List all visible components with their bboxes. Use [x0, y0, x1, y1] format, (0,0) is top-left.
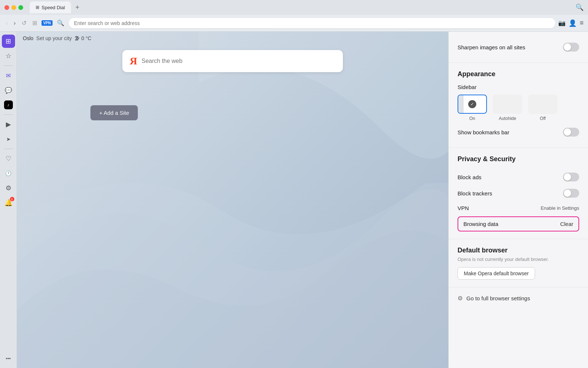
sharpen-images-label: Sharpen images on all sites	[458, 44, 525, 50]
sidebar-subsection-title: Sidebar	[458, 84, 579, 90]
search-icon[interactable]: 🔍	[55, 18, 66, 28]
sidebar-item-whatsapp[interactable]: 💬	[2, 84, 15, 97]
nav-bar: ‹ › ↺ ⊞ VPN 🔍 📷 👤 ≡	[0, 15, 588, 32]
sidebar-item-flow[interactable]: ➤	[2, 132, 15, 146]
full-settings-label: Go to full browser settings	[466, 295, 530, 301]
sidebar-option-on[interactable]: ✓ On	[458, 95, 487, 121]
sidebar-option-on-preview: ✓	[458, 95, 487, 114]
sidebar-item-bookmarks[interactable]: ☆	[2, 49, 15, 63]
toggle-knob-ads	[564, 173, 571, 181]
main-area: ⊞ ☆ ✉ 💬 ♪ ▶ ➤ ♡ 🕐 ⚙ 🔔 1 •••	[0, 32, 588, 368]
background-waves	[17, 32, 448, 368]
vpn-badge[interactable]: VPN	[42, 20, 53, 26]
block-trackers-label: Block trackers	[458, 190, 492, 197]
toggle-knob-bookmarks	[564, 128, 571, 136]
privacy-security-section: Privacy & Security Block ads Block track…	[449, 148, 588, 239]
enable-in-settings-button[interactable]: Enable in Settings	[541, 205, 579, 211]
search-icon[interactable]: 🔍	[576, 3, 584, 11]
vpn-row: VPN Enable in Settings	[458, 201, 579, 215]
block-ads-row: Block ads	[458, 169, 579, 185]
vpn-label: VPN	[458, 205, 469, 211]
weather-info: 🌫 0 °C	[75, 35, 91, 41]
refresh-button[interactable]: ↺	[20, 18, 28, 28]
sidebar-option-autohide[interactable]: Autohide	[493, 95, 522, 121]
settings-panel: Sharpen images on all sites Appearance S…	[448, 32, 588, 368]
sidebar-option-autohide-preview	[493, 95, 522, 114]
sharpen-images-row: Sharpen images on all sites	[458, 39, 579, 55]
preview-check: ✓	[468, 100, 476, 108]
traffic-lights	[4, 5, 23, 10]
sidebar-divider-2	[4, 114, 13, 115]
block-trackers-toggle[interactable]	[563, 189, 579, 198]
sidebar-item-speed-dial[interactable]: ⊞	[2, 35, 15, 48]
sidebar: ⊞ ☆ ✉ 💬 ♪ ▶ ➤ ♡ 🕐 ⚙ 🔔 1 •••	[0, 32, 17, 368]
weather-temp: 0 °C	[81, 35, 91, 41]
sidebar-item-history[interactable]: 🕐	[2, 167, 15, 180]
tab-icon: ⊞	[36, 5, 39, 10]
address-bar[interactable]	[69, 18, 555, 28]
block-ads-label: Block ads	[458, 174, 481, 180]
profile-icon[interactable]: 👤	[569, 19, 577, 27]
sidebar-options: ✓ On Autohide Off	[458, 95, 579, 121]
new-tab-button[interactable]: +	[72, 2, 83, 13]
sidebar-divider	[4, 66, 13, 66]
sidebar-item-favorites[interactable]: ♡	[2, 152, 15, 165]
full-settings-row[interactable]: ⚙ Go to full browser settings	[449, 287, 588, 309]
search-container: Я	[122, 50, 343, 72]
sidebar-option-on-label: On	[469, 116, 475, 121]
appearance-title: Appearance	[458, 70, 579, 78]
privacy-title: Privacy & Security	[458, 155, 579, 163]
sidebar-item-messenger[interactable]: ✉	[2, 69, 15, 82]
sidebar-option-off-preview	[528, 95, 557, 114]
back-button[interactable]: ‹	[4, 18, 9, 28]
forward-button[interactable]: ›	[12, 18, 17, 28]
toggle-knob	[564, 43, 571, 51]
sidebar-item-tiktok[interactable]: ♪	[2, 98, 15, 112]
minimize-button[interactable]	[11, 5, 16, 10]
weather-setup-link[interactable]: Set up your city	[36, 35, 72, 41]
sidebar-item-player[interactable]: ▶	[2, 118, 15, 131]
default-browser-section: Default browser Opera is not currently y…	[449, 239, 588, 287]
appearance-section: Appearance Sidebar ✓ On Autohide	[449, 63, 588, 148]
tab-area: ⊞ Speed Dial +	[30, 1, 83, 13]
sharpen-images-toggle[interactable]	[563, 43, 579, 52]
tab-title: Speed Dial	[42, 5, 65, 10]
notification-badge: 1	[10, 197, 14, 201]
search-input[interactable]	[141, 58, 336, 64]
menu-icon[interactable]: ≡	[580, 19, 584, 27]
yandex-logo: Я	[130, 55, 137, 67]
gear-icon: ⚙	[458, 295, 463, 302]
show-bookmarks-toggle[interactable]	[563, 128, 579, 137]
sidebar-option-off[interactable]: Off	[528, 95, 557, 121]
show-bookmarks-label: Show bookmarks bar	[458, 129, 509, 135]
weather-city: Oslo	[23, 35, 33, 41]
yandex-search-bar[interactable]: Я	[122, 50, 343, 72]
active-tab[interactable]: ⊞ Speed Dial	[30, 1, 71, 13]
maximize-button[interactable]	[18, 5, 23, 10]
sharpen-images-section: Sharpen images on all sites	[449, 32, 588, 63]
add-site-button[interactable]: + Add a Site	[90, 105, 138, 120]
tiktok-icon: ♪	[4, 100, 13, 109]
sidebar-option-off-label: Off	[540, 116, 546, 121]
sidebar-option-autohide-label: Autohide	[499, 116, 516, 121]
browsing-data-row: Browsing data Clear	[458, 216, 579, 231]
content-area: Oslo Set up your city 🌫 0 °C Я + Add a S…	[17, 32, 448, 368]
close-button[interactable]	[4, 5, 9, 10]
grid-view-button[interactable]: ⊞	[31, 18, 39, 28]
default-browser-title: Default browser	[458, 247, 579, 254]
make-default-button[interactable]: Make Opera default browser	[458, 267, 535, 280]
weather-widget: Oslo Set up your city 🌫 0 °C	[23, 35, 92, 41]
sidebar-item-notifications[interactable]: 🔔 1	[2, 196, 15, 209]
block-ads-toggle[interactable]	[563, 173, 579, 181]
title-bar: ⊞ Speed Dial + 🔍	[0, 0, 588, 15]
sidebar-item-settings[interactable]: ⚙	[2, 181, 15, 195]
sidebar-divider-3	[4, 149, 13, 149]
clear-browsing-data-button[interactable]: Clear	[560, 221, 573, 227]
browsing-data-label: Browsing data	[463, 221, 498, 227]
show-bookmarks-row: Show bookmarks bar	[458, 124, 579, 140]
weather-icon: 🌫	[75, 35, 80, 41]
toggle-knob-trackers	[564, 190, 571, 197]
sidebar-item-more[interactable]: •••	[2, 352, 15, 365]
default-browser-subtitle: Opera is not currently your default brow…	[458, 256, 579, 262]
camera-icon[interactable]: 📷	[558, 20, 566, 26]
